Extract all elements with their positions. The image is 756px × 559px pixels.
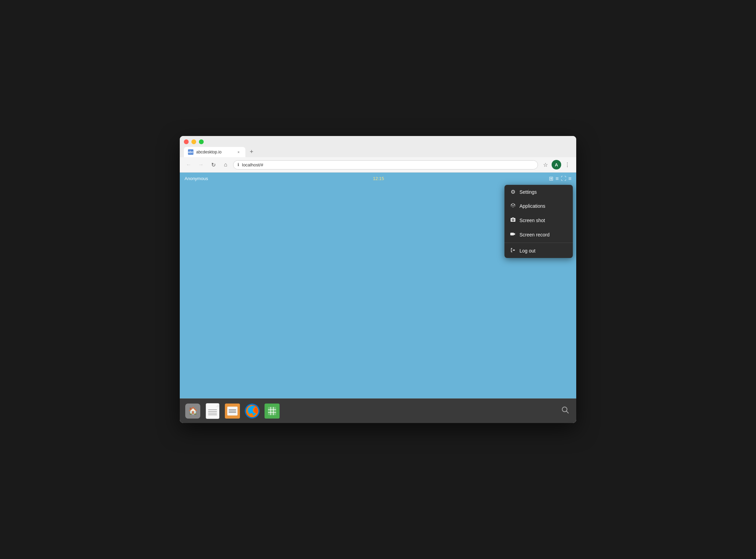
screenshot-icon	[510, 217, 516, 224]
desktop-topbar: Anonymous 12:15 ⊞ ≡ ⛶ ≡	[180, 173, 576, 185]
reload-button[interactable]: ↻	[208, 160, 218, 169]
svg-rect-2	[268, 407, 276, 415]
menu-item-applications-label: Applications	[519, 203, 545, 209]
maximize-button[interactable]	[199, 139, 204, 144]
menu-item-settings[interactable]: ⚙ Settings	[504, 185, 573, 199]
address-text: localhost/#	[242, 162, 534, 167]
settings-icon: ⚙	[510, 189, 516, 195]
close-button[interactable]	[184, 139, 189, 144]
bookmark-button[interactable]: ☆	[541, 160, 550, 169]
context-menu: ⚙ Settings Applications Screen shot	[504, 185, 573, 258]
taskbar-app-firefox[interactable]	[243, 402, 261, 420]
taskbar-app-document[interactable]	[204, 402, 221, 420]
svg-line-8	[567, 411, 569, 413]
menu-item-screenrecord[interactable]: Screen record	[504, 228, 573, 242]
search-button[interactable]	[558, 403, 572, 419]
document-app-icon	[206, 403, 219, 419]
address-bar[interactable]: ℹ localhost/#	[233, 160, 538, 169]
security-icon: ℹ	[238, 162, 239, 167]
new-tab-button[interactable]: +	[247, 147, 256, 156]
menu-item-logout[interactable]: Log out	[504, 244, 573, 258]
browser-menu-button[interactable]: ⋮	[563, 160, 572, 169]
user-avatar[interactable]: A	[552, 160, 561, 169]
taskbar-apps: 🏠	[184, 402, 281, 420]
presentation-app-icon	[225, 404, 240, 419]
taskbar-app-spreadsheet[interactable]	[263, 402, 281, 420]
home-button[interactable]: ⌂	[221, 160, 230, 169]
taskbar-app-home[interactable]: 🏠	[184, 402, 202, 420]
applications-icon	[510, 203, 516, 209]
document-icon[interactable]: ≡	[555, 176, 558, 182]
menu-item-applications[interactable]: Applications	[504, 199, 573, 213]
desktop-area: Anonymous 12:15 ⊞ ≡ ⛶ ≡ ⚙ Settings	[180, 173, 576, 398]
fullscreen-icon[interactable]: ⛶	[561, 176, 566, 182]
nav-bar: ← → ↻ ⌂ ℹ localhost/# ☆ A ⋮	[180, 157, 576, 173]
menu-icon[interactable]: ≡	[568, 176, 571, 182]
desktop-icons-right: ⊞ ≡ ⛶ ≡	[549, 175, 571, 182]
menu-item-settings-label: Settings	[519, 189, 537, 195]
menu-item-screenshot-label: Screen shot	[519, 218, 545, 223]
logout-icon	[510, 247, 516, 254]
title-bar: abc abcdesktop.io × +	[180, 136, 576, 157]
tab-favicon: abc	[188, 149, 193, 155]
forward-button[interactable]: →	[196, 160, 206, 169]
grid-view-icon[interactable]: ⊞	[549, 175, 553, 182]
screenrecord-icon	[510, 231, 516, 238]
traffic-lights	[184, 139, 572, 144]
spreadsheet-app-icon	[265, 404, 280, 419]
tab-bar: abc abcdesktop.io × +	[184, 147, 572, 157]
nav-right-controls: ☆ A ⋮	[541, 160, 572, 169]
back-button[interactable]: ←	[184, 160, 193, 169]
home-app-icon: 🏠	[185, 404, 200, 419]
menu-separator	[504, 243, 573, 243]
tab-title: abcdesktop.io	[196, 150, 233, 154]
desktop-username: Anonymous	[185, 176, 208, 181]
taskbar-app-presentation[interactable]	[224, 402, 241, 420]
taskbar: 🏠	[180, 398, 576, 423]
minimize-button[interactable]	[191, 139, 196, 144]
menu-item-logout-label: Log out	[519, 248, 536, 254]
menu-item-screenshot[interactable]: Screen shot	[504, 213, 573, 228]
browser-tab[interactable]: abc abcdesktop.io ×	[184, 147, 245, 157]
menu-item-screenrecord-label: Screen record	[519, 232, 550, 237]
desktop-clock: 12:15	[373, 176, 384, 181]
firefox-app-icon	[245, 404, 260, 419]
tab-close-button[interactable]: ×	[236, 149, 241, 155]
browser-window: abc abcdesktop.io × + ← → ↻ ⌂ ℹ localhos…	[180, 136, 576, 423]
